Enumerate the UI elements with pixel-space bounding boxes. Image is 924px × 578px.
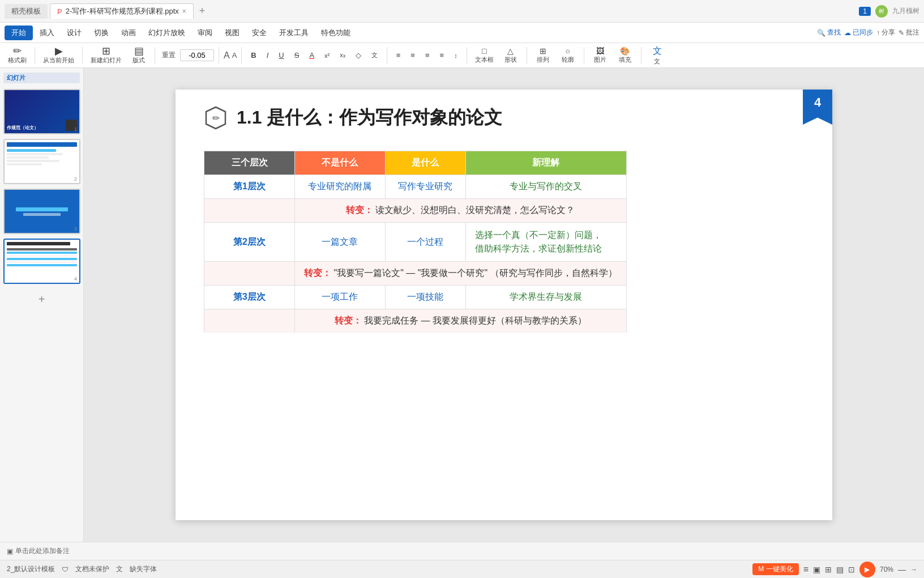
main-area: 幻灯片 作规范（论文） 1 2 (0, 68, 924, 542)
pptx-icon: P (57, 7, 62, 16)
slide-count-badge: 1 (859, 7, 871, 16)
arrange-button[interactable]: ⊞ 排列 (532, 45, 554, 65)
zoom-bar-icon[interactable]: — (898, 565, 906, 574)
play-icon: ▶ (55, 46, 63, 56)
text-style-button[interactable]: 文 文 (646, 44, 669, 67)
align-left-button[interactable]: ≡ (392, 49, 405, 61)
status-bar: 2_默认设计模板 🛡 文档未保护 文 缺失字体 M 一键美化 ≡ ▣ ⊞ ▤ ⊡… (0, 560, 924, 578)
textbox-icon: □ (482, 46, 486, 56)
menu-security[interactable]: 安全 (246, 26, 272, 40)
menu-features[interactable]: 特色功能 (315, 26, 356, 40)
transform-text-2: 转变： "我要写一篇论文" — "我要做一个研究" （研究与写作同步，自然科学） (295, 262, 627, 286)
format-brush-button[interactable]: ✏ 格式刷 (5, 45, 30, 66)
comment-button[interactable]: ✎ 批注 (899, 28, 919, 37)
new-tab-button[interactable]: + (196, 5, 209, 17)
slide-num-4: 4 (74, 276, 77, 282)
new-slide-icon: ⊞ (102, 46, 110, 56)
tab-template[interactable]: 稻壳模板 (5, 4, 48, 19)
menu-transition[interactable]: 切换 (88, 26, 114, 40)
menu-view[interactable]: 视图 (219, 26, 245, 40)
menu-devtools[interactable]: 开发工具 (273, 26, 314, 40)
underline-button[interactable]: U (274, 49, 288, 61)
sync-button[interactable]: ☁ 已同步 (844, 28, 873, 37)
align-group: ≡ ≡ ≡ ≡ ↕ (392, 49, 462, 61)
protect-label: 文档未保护 (75, 564, 109, 574)
textbox-button[interactable]: □ 文本框 (472, 45, 497, 65)
fill-button[interactable]: 🎨 填充 (614, 45, 636, 65)
menu-start[interactable]: 开始 (5, 26, 33, 40)
search-button[interactable]: 🔍 查找 (817, 28, 841, 37)
align-right-button[interactable]: ≡ (421, 49, 434, 61)
line-height-button[interactable]: ↕ (450, 50, 462, 61)
clear-format-button[interactable]: ◇ (351, 49, 366, 61)
menu-animation[interactable]: 动画 (116, 26, 142, 40)
add-slide-button[interactable]: + (3, 288, 80, 311)
table-row-2: 第2层次 一篇文章 一个过程 选择一个真（不一定新）问题， 借助科学方法，求证创… (204, 223, 627, 262)
note-area[interactable]: ▣ 单击此处添加备注 (7, 546, 70, 556)
notwhat-3: 一项工作 (295, 286, 386, 309)
zoom-right-icon[interactable]: → (910, 566, 917, 573)
font-color-button[interactable]: A (305, 49, 319, 61)
view-icon-4[interactable]: ⊡ (848, 565, 855, 574)
format-brush-icon: ✏ (13, 46, 22, 56)
new-slide-button[interactable]: ⊞ 新建幻灯片 (87, 45, 125, 66)
pinyin-button[interactable]: 文 (367, 49, 382, 61)
menu-design[interactable]: 设计 (61, 26, 87, 40)
strikethrough-button[interactable]: S (290, 49, 304, 61)
format-group: B I U S A x² x₂ ◇ 文 (246, 49, 382, 61)
badge-number: 4 (814, 95, 821, 110)
align-justify-button[interactable]: ≡ (435, 49, 449, 61)
canvas-area: 4 ✏ 1.1 是什么：作为写作对象的论文 三个层次 不是什么 是什么 新理解 (84, 68, 924, 542)
view-icon-2[interactable]: ⊞ (825, 565, 832, 574)
font-larger-icon[interactable]: A (224, 50, 230, 61)
tab-template-label: 稻壳模板 (11, 6, 41, 16)
slide-thumbnail-4[interactable]: 4 (3, 239, 80, 284)
table-header-col1: 三个层次 (204, 151, 295, 175)
tab-close-icon[interactable]: × (182, 7, 186, 15)
outline-button[interactable]: ○ 轮廓 (557, 45, 579, 65)
from-current-button[interactable]: ▶ 从当前开始 (40, 45, 78, 66)
subscript-button[interactable]: x₂ (335, 50, 350, 61)
table-header-col2: 不是什么 (295, 151, 386, 175)
view-icon-1[interactable]: ▣ (813, 565, 820, 574)
share-button[interactable]: ↑ 分享 (876, 28, 895, 37)
slide-badge: 4 (803, 90, 832, 125)
italic-button[interactable]: I (262, 49, 273, 61)
transform-row-1: 转变： 读文献少、没想明白、没研究清楚，怎么写论文？ (204, 199, 627, 223)
picture-button[interactable]: 🖼 图片 (589, 45, 611, 65)
layout-button[interactable]: ▤ 版式 (127, 45, 150, 66)
font-smaller-icon[interactable]: A (232, 51, 237, 60)
menu-right-group: 🔍 查找 ☁ 已同步 ↑ 分享 ✎ 批注 (817, 28, 919, 37)
beautify-button[interactable]: M 一键美化 (752, 563, 798, 575)
play-button[interactable]: ▶ (859, 562, 875, 577)
svg-text:✏: ✏ (212, 113, 220, 123)
avatar: 树 (875, 5, 888, 18)
transform-label-3: 转变： (335, 316, 362, 325)
align-center-button[interactable]: ≡ (406, 49, 420, 61)
slide-thumbnail-1[interactable]: 作规范（论文） 1 (3, 89, 80, 134)
slide-title-text: 1.1 是什么：作为写作对象的论文 (237, 105, 502, 130)
username-label: 九月槐树 (892, 6, 919, 16)
superscript-button[interactable]: x² (320, 50, 334, 61)
layout-icon: ▤ (134, 46, 144, 56)
table-row-1: 第1层次 专业研究的附属 写作专业研究 专业与写作的交叉 (204, 175, 627, 199)
shape-button[interactable]: △ 形状 (499, 45, 522, 65)
menu-review[interactable]: 审阅 (192, 26, 218, 40)
menu-insert[interactable]: 插入 (34, 26, 60, 40)
slide-thumbnail-2[interactable]: 2 (3, 139, 80, 184)
iswhat-3: 一项技能 (385, 286, 465, 309)
toolbar: ✏ 格式刷 ▶ 从当前开始 ⊞ 新建幻灯片 ▤ 版式 重置 A A B I U … (0, 43, 924, 68)
slide-thumb-content-1: 作规范（论文） (5, 90, 79, 133)
tab-file[interactable]: P 2-写作-科研写作规范系列课程.pptx × (50, 3, 194, 19)
font-size-input[interactable] (180, 49, 214, 61)
transform-label-2: 转变： (304, 268, 331, 278)
menu-slideshow[interactable]: 幻灯片放映 (143, 26, 191, 40)
view-icon-3[interactable]: ▤ (836, 565, 844, 574)
bold-button[interactable]: B (246, 49, 260, 61)
slide-num-1: 1 (74, 126, 77, 132)
slide-thumbnail-3[interactable]: 3 (3, 189, 80, 234)
reset-label: 重置 (160, 50, 178, 60)
menu-icon[interactable]: ≡ (803, 564, 808, 575)
transform-text-1: 转变： 读文献少、没想明白、没研究清楚，怎么写论文？ (295, 199, 627, 223)
newunderstanding-2: 选择一个真（不一定新）问题， 借助科学方法，求证创新性结论 (466, 223, 626, 262)
